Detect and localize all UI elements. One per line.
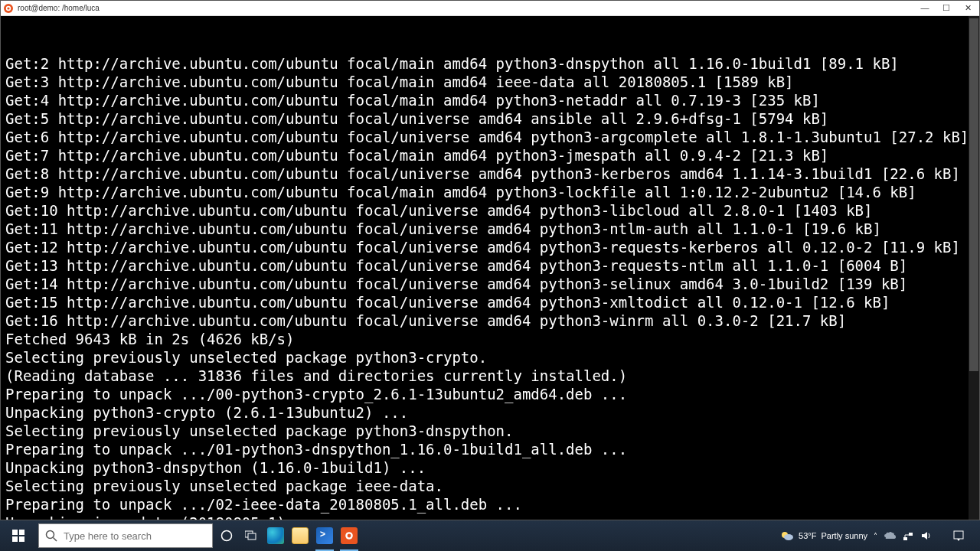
maximize-button[interactable]: ☐ xyxy=(941,3,952,13)
onedrive-icon[interactable] xyxy=(884,530,896,542)
svg-point-12 xyxy=(348,534,351,538)
weather-temp: 53°F xyxy=(799,531,816,540)
powershell-app[interactable]: > xyxy=(312,520,337,551)
terminal-line: Preparing to unpack .../02-ieee-data_201… xyxy=(5,495,975,514)
terminal-line: Get:7 http://archive.ubuntu.com/ubuntu f… xyxy=(5,146,975,165)
terminal-line: Get:12 http://archive.ubuntu.com/ubuntu … xyxy=(5,238,975,256)
terminal-line: Get:3 http://archive.ubuntu.com/ubuntu f… xyxy=(5,73,975,91)
svg-rect-3 xyxy=(19,530,24,535)
terminal-line: Get:13 http://archive.ubuntu.com/ubuntu … xyxy=(5,256,975,275)
terminal-line: Get:15 http://archive.ubuntu.com/ubuntu … xyxy=(5,293,975,311)
weather-icon xyxy=(780,529,794,543)
svg-rect-2 xyxy=(12,530,18,535)
scrollbar[interactable] xyxy=(969,16,979,520)
svg-rect-10 xyxy=(248,533,256,540)
terminal-line: (Reading database ... 31836 files and di… xyxy=(5,367,975,385)
terminal-line: Get:10 http://archive.ubuntu.com/ubuntu … xyxy=(5,201,975,220)
ubuntu-app[interactable] xyxy=(337,520,361,551)
terminal-line: Get:9 http://archive.ubuntu.com/ubuntu f… xyxy=(5,183,975,201)
terminal-line: Get:4 http://archive.ubuntu.com/ubuntu f… xyxy=(5,91,975,109)
svg-rect-15 xyxy=(903,537,907,540)
terminal-line: Get:16 http://archive.ubuntu.com/ubuntu … xyxy=(5,311,975,330)
network-icon[interactable] xyxy=(902,530,914,542)
terminal-line: Get:2 http://archive.ubuntu.com/ubuntu f… xyxy=(5,54,975,73)
search-input[interactable] xyxy=(64,530,206,542)
svg-point-8 xyxy=(222,531,232,541)
terminal-line: Selecting previously unselected package … xyxy=(5,477,975,495)
scroll-thumb[interactable] xyxy=(969,18,978,371)
terminal-line: Get:5 http://archive.ubuntu.com/ubuntu f… xyxy=(5,109,975,128)
search-box[interactable] xyxy=(38,523,213,548)
terminal-line: Unpacking ieee-data (20180805.1) ... xyxy=(5,514,975,520)
terminal-body[interactable]: Get:2 http://archive.ubuntu.com/ubuntu f… xyxy=(1,16,979,520)
svg-rect-4 xyxy=(12,536,18,542)
close-button[interactable]: ✕ xyxy=(962,3,973,13)
terminal-line: Selecting previously unselected package … xyxy=(5,348,975,367)
terminal-window: root@demo: /home/luca — ☐ ✕ Get:2 http:/… xyxy=(0,0,980,520)
start-button[interactable] xyxy=(0,520,37,551)
ubuntu-icon xyxy=(4,4,13,13)
terminal-line: Fetched 9643 kB in 2s (4626 kB/s) xyxy=(5,330,975,348)
terminal-line: Get:11 http://archive.ubuntu.com/ubuntu … xyxy=(5,220,975,238)
cortana-icon[interactable] xyxy=(214,520,239,551)
svg-marker-22 xyxy=(957,539,960,541)
svg-point-6 xyxy=(47,531,54,539)
window-title: root@demo: /home/luca xyxy=(18,4,920,12)
notifications-icon[interactable] xyxy=(945,530,972,542)
terminal-line: Selecting previously unselected package … xyxy=(5,422,975,440)
terminal-line: Get:14 http://archive.ubuntu.com/ubuntu … xyxy=(5,275,975,293)
weather-desc: Partly sunny xyxy=(821,531,867,540)
svg-rect-5 xyxy=(19,536,24,542)
search-icon xyxy=(45,530,57,542)
task-view-icon[interactable] xyxy=(239,520,263,551)
svg-point-14 xyxy=(784,534,793,540)
terminal-line: Unpacking python3-dnspython (1.16.0-1bui… xyxy=(5,458,975,477)
terminal-line: Get:6 http://archive.ubuntu.com/ubuntu f… xyxy=(5,128,975,146)
terminal-line: Preparing to unpack .../01-python3-dnspy… xyxy=(5,440,975,458)
svg-point-1 xyxy=(7,7,9,9)
terminal-line: Unpacking python3-crypto (2.6.1-13ubuntu… xyxy=(5,403,975,422)
tray-overflow-icon[interactable]: ˄ xyxy=(874,532,877,540)
edge-app[interactable] xyxy=(263,520,288,551)
titlebar[interactable]: root@demo: /home/luca — ☐ ✕ xyxy=(1,1,979,16)
svg-marker-20 xyxy=(922,532,927,540)
svg-line-7 xyxy=(54,538,57,542)
terminal-line: Preparing to unpack .../00-python3-crypt… xyxy=(5,385,975,403)
weather-widget[interactable]: 53°F Partly sunny xyxy=(780,529,867,543)
svg-rect-21 xyxy=(954,531,963,539)
taskbar: > 53°F Partly sunny ˄ xyxy=(0,520,980,551)
volume-icon[interactable] xyxy=(920,530,933,542)
system-tray: 53°F Partly sunny ˄ xyxy=(773,529,980,543)
terminal-line: Get:8 http://archive.ubuntu.com/ubuntu f… xyxy=(5,165,975,183)
minimize-button[interactable]: — xyxy=(920,3,930,13)
file-explorer-app[interactable] xyxy=(288,520,312,551)
